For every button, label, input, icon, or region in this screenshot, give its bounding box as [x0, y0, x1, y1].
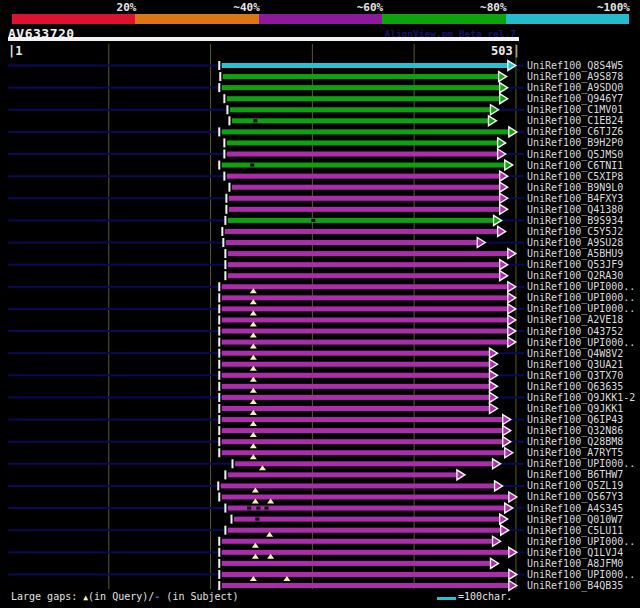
alignment-start-tick	[218, 304, 220, 313]
alignment-start-tick	[219, 72, 221, 81]
direction-arrow-icon	[490, 558, 498, 568]
alignment-bar[interactable]	[222, 550, 509, 555]
alignment-bar[interactable]	[222, 406, 490, 411]
direction-arrow-icon	[500, 514, 508, 524]
alignment-plot: UniRef100_Q8S4W5UniRef100_A9S878UniRef10…	[0, 0, 640, 608]
alignment-bar[interactable]	[234, 517, 500, 522]
subject-gap-dash-icon	[253, 119, 257, 122]
alignment-bar[interactable]	[230, 107, 491, 112]
alignment-start-tick	[224, 260, 226, 269]
alignment-bar[interactable]	[235, 461, 493, 466]
direction-arrow-icon	[498, 138, 506, 148]
scalebar-sample-line	[437, 597, 456, 600]
alignment-bar[interactable]	[227, 174, 500, 179]
direction-arrow-icon	[500, 193, 508, 203]
direction-arrow-icon	[508, 293, 516, 303]
direction-arrow-icon	[505, 160, 513, 170]
direction-arrow-icon	[500, 83, 508, 93]
alignment-bar[interactable]	[222, 561, 491, 566]
alignment-bar[interactable]	[222, 85, 500, 90]
alignment-bar[interactable]	[222, 373, 490, 378]
alignment-bar[interactable]	[223, 74, 499, 79]
direction-arrow-icon	[495, 481, 503, 491]
alignment-bar[interactable]	[232, 185, 500, 190]
alignment-start-tick	[225, 194, 227, 203]
alignment-start-tick	[218, 282, 220, 291]
alignment-bar[interactable]	[222, 583, 509, 588]
alignment-bar[interactable]	[228, 251, 508, 256]
alignment-start-tick	[225, 205, 227, 214]
direction-arrow-icon	[477, 238, 485, 248]
direction-arrow-icon	[508, 326, 516, 336]
alignment-bar[interactable]	[228, 506, 505, 511]
alignment-bar[interactable]	[227, 96, 500, 101]
subject-gap-dash-icon	[311, 219, 315, 222]
alignment-bar[interactable]	[222, 572, 509, 577]
alignment-bar[interactable]	[222, 295, 508, 300]
alignment-bar[interactable]	[222, 395, 490, 400]
alignment-bar[interactable]	[228, 472, 457, 477]
alignment-start-tick	[224, 470, 226, 479]
alignment-start-tick	[218, 393, 220, 402]
alignment-bar[interactable]	[222, 340, 508, 345]
alignment-bar[interactable]	[222, 306, 508, 311]
alignment-start-tick	[228, 183, 230, 192]
direction-arrow-icon	[500, 171, 508, 181]
direction-arrow-icon	[489, 348, 497, 358]
hit-label[interactable]: UniRef100_B4QB35	[527, 580, 623, 592]
gap-legend-suffix: (in Subject)	[160, 591, 238, 602]
direction-arrow-icon	[508, 315, 516, 325]
direction-arrow-icon	[498, 226, 506, 236]
alignment-start-tick	[218, 338, 220, 347]
alignment-start-tick	[218, 61, 220, 70]
alignment-bar[interactable]	[222, 63, 508, 68]
alignment-bar[interactable]	[222, 317, 508, 322]
direction-arrow-icon	[457, 470, 465, 480]
alignment-bar[interactable]	[222, 351, 490, 356]
alignment-bar[interactable]	[222, 428, 503, 433]
alignment-bar[interactable]	[222, 450, 505, 455]
alignment-start-tick	[218, 559, 220, 568]
alignment-start-tick	[218, 426, 220, 435]
alignment-bar[interactable]	[225, 229, 498, 234]
alignment-bar[interactable]	[222, 284, 508, 289]
alignment-bar[interactable]	[232, 118, 489, 123]
alignment-bar[interactable]	[229, 196, 500, 201]
direction-arrow-icon	[493, 459, 501, 469]
alignment-bar[interactable]	[222, 539, 493, 544]
alignment-bar[interactable]	[221, 483, 495, 488]
direction-arrow-icon	[489, 370, 497, 380]
direction-arrow-icon	[489, 381, 497, 391]
alignment-bar[interactable]	[222, 384, 490, 389]
alignment-start-tick	[218, 349, 220, 358]
alignment-start-tick	[224, 504, 226, 513]
alignment-start-tick	[218, 161, 220, 170]
alignment-bar[interactable]	[228, 273, 500, 278]
alignment-bar[interactable]	[229, 207, 500, 212]
alignment-bar[interactable]	[222, 163, 505, 168]
gap-legend-mid: (in Query)/	[88, 591, 154, 602]
alignment-start-tick	[226, 105, 228, 114]
alignment-bar[interactable]	[226, 240, 477, 245]
alignment-bar[interactable]	[228, 528, 501, 533]
alignment-start-tick	[228, 116, 230, 125]
alignment-start-tick	[218, 327, 220, 336]
alignment-start-tick	[218, 315, 220, 324]
alignment-bar[interactable]	[228, 218, 494, 223]
alignment-bar[interactable]	[222, 129, 509, 134]
alignment-bar[interactable]	[222, 494, 509, 499]
alignment-bar[interactable]	[227, 140, 498, 145]
alignment-start-tick	[223, 138, 225, 147]
alignment-bar[interactable]	[222, 417, 503, 422]
alignment-bar[interactable]	[222, 362, 490, 367]
alignment-start-tick	[218, 415, 220, 424]
alignment-bar[interactable]	[222, 329, 508, 334]
direction-arrow-icon	[508, 337, 516, 347]
subject-gap-dash-icon	[250, 164, 254, 167]
alignment-bar[interactable]	[228, 262, 500, 267]
alignment-start-tick	[218, 83, 220, 92]
alignment-bar[interactable]	[227, 152, 498, 157]
alignment-bar[interactable]	[222, 439, 503, 444]
alignment-start-tick	[218, 382, 220, 391]
gap-legend-prefix: Large gaps:	[11, 591, 83, 602]
